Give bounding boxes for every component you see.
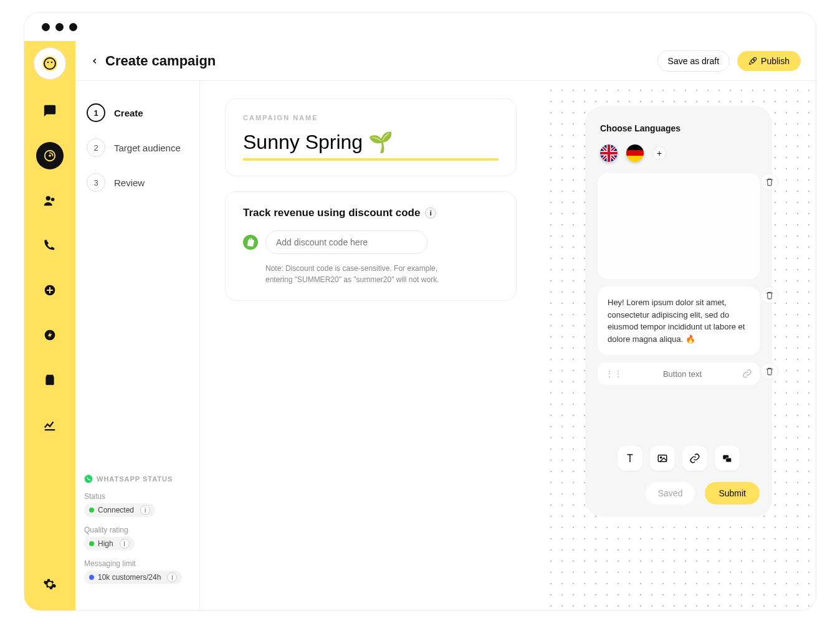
nav-shop-icon[interactable] <box>36 366 64 394</box>
add-button-button[interactable] <box>715 446 740 471</box>
status-dot-icon <box>89 541 94 546</box>
window-control-close[interactable] <box>42 23 50 31</box>
saved-button: Saved <box>646 482 695 504</box>
drag-handle-icon[interactable]: ⋮⋮ <box>605 369 623 379</box>
button-block[interactable]: ⋮⋮ <box>598 362 760 385</box>
step-label: Target audience <box>114 143 181 153</box>
status-dot-icon <box>89 575 94 580</box>
step-target-audience[interactable]: 2 Target audience <box>84 133 191 162</box>
info-icon[interactable]: i <box>140 505 150 515</box>
whatsapp-icon <box>84 475 93 483</box>
nav-automation-icon[interactable] <box>36 321 64 349</box>
discount-title: Track revenue using discount code <box>243 207 420 219</box>
page-title: Create campaign <box>105 53 216 69</box>
editor-column: CAMPAIGN NAME Track revenue using discou… <box>200 81 542 610</box>
publish-button[interactable]: Publish <box>737 51 801 71</box>
app-logo[interactable] <box>34 47 66 80</box>
discount-card: Track revenue using discount code i Note… <box>225 191 517 301</box>
step-label: Create <box>114 108 143 118</box>
status-label: Status <box>84 492 191 501</box>
languages-row: + <box>598 144 760 162</box>
quality-chip: High i <box>84 537 135 551</box>
campaign-name-card: CAMPAIGN NAME <box>225 98 517 176</box>
info-icon[interactable]: i <box>120 539 130 549</box>
window-titlebar <box>24 12 816 41</box>
step-number: 1 <box>87 103 105 122</box>
sidebar <box>24 41 75 610</box>
nav-analytics-icon[interactable] <box>36 411 64 438</box>
add-text-button[interactable] <box>618 446 642 471</box>
nav-add-icon[interactable] <box>36 277 64 304</box>
svg-point-10 <box>753 59 755 60</box>
step-review[interactable]: 3 Review <box>84 168 191 197</box>
submit-row: Saved Submit <box>598 482 760 504</box>
message-text: Hey! Lorem ipsum dolor sit amet, consect… <box>608 298 745 344</box>
limit-chip: 10k customers/24h i <box>84 570 182 584</box>
editor-toolbar <box>598 421 760 471</box>
window-control-zoom[interactable] <box>69 23 77 31</box>
submit-button[interactable]: Submit <box>705 482 760 504</box>
step-number: 2 <box>87 138 105 157</box>
nav-chat-icon[interactable] <box>36 97 64 125</box>
status-value: Connected <box>98 506 134 514</box>
svg-point-7 <box>51 197 55 201</box>
limit-value: 10k customers/24h <box>98 573 161 582</box>
campaign-name-input[interactable] <box>243 130 499 161</box>
nav-contacts-icon[interactable] <box>36 187 64 214</box>
discount-code-input[interactable] <box>265 230 427 254</box>
svg-point-5 <box>49 154 51 157</box>
languages-title: Choose Languages <box>598 123 760 133</box>
campaign-name-label: CAMPAIGN NAME <box>243 114 499 121</box>
info-icon[interactable]: i <box>167 572 177 582</box>
svg-rect-17 <box>726 458 732 462</box>
svg-point-15 <box>661 456 662 458</box>
nav-campaigns-icon[interactable] <box>36 142 64 169</box>
button-text-input[interactable] <box>629 369 736 379</box>
discount-note: Note: Discount code is case-sensitive. F… <box>265 263 440 285</box>
link-icon[interactable] <box>742 369 752 379</box>
back-button[interactable] <box>90 57 105 65</box>
discount-input-row <box>243 230 499 254</box>
limit-label: Messaging limit <box>84 559 191 568</box>
steps-column: 1 Create 2 Target audience 3 Review <box>75 81 200 610</box>
status-chip: Connected i <box>84 503 155 517</box>
image-block[interactable] <box>598 173 760 279</box>
publish-button-label: Publish <box>761 56 790 66</box>
preview-column: Choose Languages + <box>542 81 816 610</box>
whatsapp-status-panel: WHATSAPP STATUS Status Connected i Quali… <box>84 475 191 593</box>
info-icon[interactable]: i <box>425 207 436 219</box>
status-dot-icon <box>89 508 94 513</box>
message-block[interactable]: Hey! Lorem ipsum dolor sit amet, consect… <box>598 286 760 355</box>
svg-rect-14 <box>658 455 667 462</box>
step-number: 3 <box>87 173 105 192</box>
delete-message-button[interactable] <box>761 286 778 304</box>
language-german-flag-icon[interactable] <box>626 144 644 162</box>
step-label: Review <box>114 177 145 188</box>
topbar: Create campaign Save as draft Publish <box>75 41 816 81</box>
whatsapp-status-title: WHATSAPP STATUS <box>84 475 191 483</box>
language-english-flag-icon[interactable] <box>600 144 618 162</box>
svg-point-6 <box>46 196 50 201</box>
add-image-button[interactable] <box>650 446 675 471</box>
shopify-icon <box>243 235 258 250</box>
nav-settings-icon[interactable] <box>36 570 64 598</box>
app-window: Create campaign Save as draft Publish 1 … <box>24 12 816 610</box>
rocket-icon <box>748 57 757 65</box>
svg-point-2 <box>47 62 49 64</box>
save-draft-button[interactable]: Save as draft <box>657 50 730 72</box>
add-link-button[interactable] <box>682 446 707 471</box>
step-create[interactable]: 1 Create <box>84 98 191 127</box>
quality-value: High <box>98 539 113 548</box>
nav-calls-icon[interactable] <box>36 232 64 259</box>
window-control-minimize[interactable] <box>55 23 64 31</box>
delete-button-block[interactable] <box>761 362 778 380</box>
delete-image-button[interactable] <box>761 173 778 191</box>
message-preview-card: Choose Languages + <box>585 106 772 517</box>
quality-label: Quality rating <box>84 526 191 534</box>
discount-title-row: Track revenue using discount code i <box>243 207 499 219</box>
svg-point-3 <box>51 62 53 64</box>
add-language-button[interactable]: + <box>652 146 666 160</box>
